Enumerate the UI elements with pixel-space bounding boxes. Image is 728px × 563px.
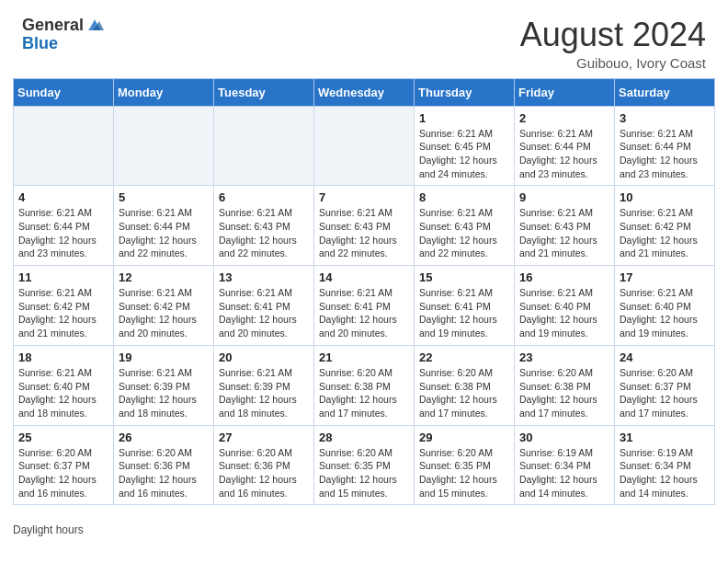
day-number: 22 — [419, 350, 509, 364]
day-number: 11 — [18, 270, 108, 284]
day-number: 26 — [119, 431, 209, 444]
col-header-tuesday: Tuesday — [214, 78, 314, 106]
cell-info: Sunrise: 6:21 AM Sunset: 6:42 PM Dayligh… — [18, 286, 108, 340]
calendar-cell — [314, 106, 415, 186]
cell-info: Sunrise: 6:21 AM Sunset: 6:44 PM Dayligh… — [119, 206, 209, 260]
day-number: 16 — [519, 270, 609, 284]
cell-info: Sunrise: 6:20 AM Sunset: 6:37 PM Dayligh… — [620, 366, 710, 420]
cell-info: Sunrise: 6:20 AM Sunset: 6:38 PM Dayligh… — [519, 366, 609, 420]
day-number: 1 — [419, 111, 509, 125]
cell-info: Sunrise: 6:21 AM Sunset: 6:39 PM Dayligh… — [219, 366, 309, 420]
calendar-cell: 5Sunrise: 6:21 AM Sunset: 6:44 PM Daylig… — [114, 186, 214, 266]
logo: General Blue — [22, 17, 104, 53]
col-header-thursday: Thursday — [415, 78, 515, 106]
day-number: 20 — [219, 350, 309, 364]
calendar-cell: 12Sunrise: 6:21 AM Sunset: 6:42 PM Dayli… — [114, 266, 214, 346]
calendar-cell: 13Sunrise: 6:21 AM Sunset: 6:41 PM Dayli… — [214, 266, 314, 346]
cell-info: Sunrise: 6:20 AM Sunset: 6:35 PM Dayligh… — [419, 446, 509, 500]
cell-info: Sunrise: 6:21 AM Sunset: 6:42 PM Dayligh… — [119, 286, 209, 340]
cell-info: Sunrise: 6:21 AM Sunset: 6:43 PM Dayligh… — [519, 206, 609, 260]
col-header-friday: Friday — [515, 78, 615, 106]
calendar-cell: 2Sunrise: 6:21 AM Sunset: 6:44 PM Daylig… — [515, 106, 615, 186]
calendar-cell: 20Sunrise: 6:21 AM Sunset: 6:39 PM Dayli… — [214, 345, 314, 425]
cell-info: Sunrise: 6:21 AM Sunset: 6:45 PM Dayligh… — [419, 127, 509, 181]
calendar-cell: 8Sunrise: 6:21 AM Sunset: 6:43 PM Daylig… — [415, 186, 515, 266]
calendar-cell — [214, 106, 314, 186]
calendar-cell: 27Sunrise: 6:20 AM Sunset: 6:36 PM Dayli… — [214, 425, 314, 505]
day-number: 9 — [519, 190, 609, 204]
calendar-cell: 18Sunrise: 6:21 AM Sunset: 6:40 PM Dayli… — [14, 345, 114, 425]
calendar-cell: 24Sunrise: 6:20 AM Sunset: 6:37 PM Dayli… — [615, 345, 715, 425]
cell-info: Sunrise: 6:20 AM Sunset: 6:36 PM Dayligh… — [119, 446, 209, 500]
day-number: 27 — [219, 431, 309, 444]
calendar-cell — [114, 106, 214, 186]
week-row-4: 18Sunrise: 6:21 AM Sunset: 6:40 PM Dayli… — [14, 345, 715, 425]
calendar-cell: 14Sunrise: 6:21 AM Sunset: 6:41 PM Dayli… — [314, 266, 415, 346]
col-header-monday: Monday — [114, 78, 214, 106]
calendar-cell: 4Sunrise: 6:21 AM Sunset: 6:44 PM Daylig… — [14, 186, 114, 266]
calendar-cell: 30Sunrise: 6:19 AM Sunset: 6:34 PM Dayli… — [515, 425, 615, 505]
calendar-cell: 6Sunrise: 6:21 AM Sunset: 6:43 PM Daylig… — [214, 186, 314, 266]
cell-info: Sunrise: 6:21 AM Sunset: 6:39 PM Dayligh… — [119, 366, 209, 420]
calendar-cell: 7Sunrise: 6:21 AM Sunset: 6:43 PM Daylig… — [314, 186, 415, 266]
calendar-cell: 11Sunrise: 6:21 AM Sunset: 6:42 PM Dayli… — [14, 266, 114, 346]
day-number: 28 — [319, 431, 409, 444]
cell-info: Sunrise: 6:21 AM Sunset: 6:44 PM Dayligh… — [18, 206, 108, 260]
cell-info: Sunrise: 6:21 AM Sunset: 6:41 PM Dayligh… — [219, 286, 309, 340]
logo-general: General — [22, 17, 84, 35]
calendar-cell: 3Sunrise: 6:21 AM Sunset: 6:44 PM Daylig… — [615, 106, 715, 186]
day-number: 7 — [319, 190, 409, 204]
day-number: 3 — [620, 111, 710, 125]
day-number: 5 — [119, 190, 209, 204]
day-number: 13 — [219, 270, 309, 284]
cell-info: Sunrise: 6:19 AM Sunset: 6:34 PM Dayligh… — [519, 446, 609, 500]
calendar-cell: 16Sunrise: 6:21 AM Sunset: 6:40 PM Dayli… — [515, 266, 615, 346]
logo-icon — [85, 17, 104, 35]
week-row-1: 1Sunrise: 6:21 AM Sunset: 6:45 PM Daylig… — [14, 106, 715, 186]
cell-info: Sunrise: 6:21 AM Sunset: 6:41 PM Dayligh… — [419, 286, 509, 340]
col-header-sunday: Sunday — [14, 78, 114, 106]
day-number: 18 — [18, 350, 108, 364]
day-number: 23 — [519, 350, 609, 364]
day-number: 4 — [18, 190, 108, 204]
day-number: 31 — [620, 431, 710, 444]
calendar-cell — [14, 106, 114, 186]
day-number: 6 — [219, 190, 309, 204]
title-block: August 2024 Guibouo, Ivory Coast — [520, 17, 706, 71]
day-number: 19 — [119, 350, 209, 364]
cell-info: Sunrise: 6:21 AM Sunset: 6:40 PM Dayligh… — [620, 286, 710, 340]
week-row-5: 25Sunrise: 6:20 AM Sunset: 6:37 PM Dayli… — [14, 425, 715, 505]
week-row-2: 4Sunrise: 6:21 AM Sunset: 6:44 PM Daylig… — [14, 186, 715, 266]
calendar-cell: 22Sunrise: 6:20 AM Sunset: 6:38 PM Dayli… — [415, 345, 515, 425]
calendar-cell: 19Sunrise: 6:21 AM Sunset: 6:39 PM Dayli… — [114, 345, 214, 425]
calendar-cell: 26Sunrise: 6:20 AM Sunset: 6:36 PM Dayli… — [114, 425, 214, 505]
logo-blue: Blue — [22, 35, 58, 53]
calendar-cell: 28Sunrise: 6:20 AM Sunset: 6:35 PM Dayli… — [314, 425, 415, 505]
cell-info: Sunrise: 6:19 AM Sunset: 6:34 PM Dayligh… — [620, 446, 710, 500]
cell-info: Sunrise: 6:20 AM Sunset: 6:38 PM Dayligh… — [419, 366, 509, 420]
col-header-saturday: Saturday — [615, 78, 715, 106]
day-number: 30 — [519, 431, 609, 444]
cell-info: Sunrise: 6:21 AM Sunset: 6:43 PM Dayligh… — [219, 206, 309, 260]
month-title: August 2024 — [520, 17, 706, 53]
day-number: 21 — [319, 350, 409, 364]
day-number: 8 — [419, 190, 509, 204]
header-row: SundayMondayTuesdayWednesdayThursdayFrid… — [14, 78, 715, 106]
cell-info: Sunrise: 6:21 AM Sunset: 6:41 PM Dayligh… — [319, 286, 409, 340]
day-number: 10 — [620, 190, 710, 204]
footer: Daylight hours — [0, 518, 728, 540]
calendar-wrapper: SundayMondayTuesdayWednesdayThursdayFrid… — [0, 78, 728, 519]
calendar-cell: 9Sunrise: 6:21 AM Sunset: 6:43 PM Daylig… — [515, 186, 615, 266]
cell-info: Sunrise: 6:21 AM Sunset: 6:40 PM Dayligh… — [18, 366, 108, 420]
day-number: 12 — [119, 270, 209, 284]
calendar-cell: 29Sunrise: 6:20 AM Sunset: 6:35 PM Dayli… — [415, 425, 515, 505]
cell-info: Sunrise: 6:21 AM Sunset: 6:40 PM Dayligh… — [519, 286, 609, 340]
day-number: 17 — [620, 270, 710, 284]
day-number: 2 — [519, 111, 609, 125]
cell-info: Sunrise: 6:21 AM Sunset: 6:44 PM Dayligh… — [519, 127, 609, 181]
day-number: 24 — [620, 350, 710, 364]
day-number: 14 — [319, 270, 409, 284]
col-header-wednesday: Wednesday — [314, 78, 415, 106]
calendar-table: SundayMondayTuesdayWednesdayThursdayFrid… — [13, 78, 715, 506]
cell-info: Sunrise: 6:21 AM Sunset: 6:43 PM Dayligh… — [319, 206, 409, 260]
